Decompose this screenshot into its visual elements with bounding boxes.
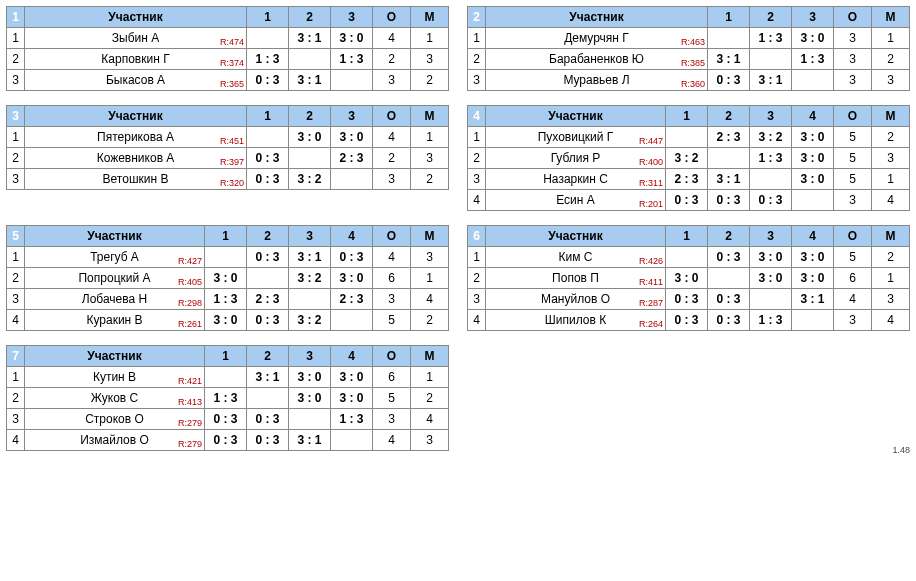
place-cell: 4 <box>872 310 910 331</box>
group-number-header: 3 <box>7 106 25 127</box>
player-index: 1 <box>7 28 25 49</box>
self-cell <box>331 310 373 331</box>
score-cell: 3 : 0 <box>289 367 331 388</box>
score-cell: 3 : 1 <box>289 247 331 268</box>
player-name: Куракин В <box>86 313 142 327</box>
score-cell: 3 : 0 <box>289 127 331 148</box>
group-table: 1Участник123ОМ1Зыбин АR:4743 : 13 : 0412… <box>6 6 449 91</box>
self-cell <box>247 127 289 148</box>
player-rating: R:385 <box>681 58 705 68</box>
self-cell <box>750 49 792 70</box>
player-rating: R:264 <box>639 319 663 329</box>
place-cell: 2 <box>411 388 449 409</box>
points-header: О <box>373 7 411 28</box>
score-cell: 0 : 3 <box>708 247 750 268</box>
table-row: 1Кутин ВR:4213 : 13 : 03 : 061 <box>7 367 449 388</box>
player-name-cell: Зыбин АR:474 <box>25 28 247 49</box>
score-cell: 3 : 0 <box>792 247 834 268</box>
player-name-cell: Ким СR:426 <box>486 247 666 268</box>
place-header: М <box>872 226 910 247</box>
table-row: 1Пятерикова АR:4513 : 03 : 041 <box>7 127 449 148</box>
self-cell <box>289 49 331 70</box>
score-cell: 3 : 1 <box>289 28 331 49</box>
participant-header: Участник <box>486 7 708 28</box>
opponent-col-header: 2 <box>289 106 331 127</box>
player-name: Демурчян Г <box>564 31 629 45</box>
opponent-col-header: 3 <box>331 7 373 28</box>
player-name: Трегуб А <box>90 250 139 264</box>
player-name-cell: Строков ОR:279 <box>25 409 205 430</box>
player-name: Шипилов К <box>545 313 606 327</box>
score-cell: 3 : 0 <box>289 388 331 409</box>
player-index: 1 <box>7 247 25 268</box>
table-row: 2Гублия РR:4003 : 21 : 33 : 053 <box>468 148 910 169</box>
score-cell: 3 : 2 <box>289 169 331 190</box>
player-index: 3 <box>468 70 486 91</box>
points-cell: 3 <box>373 169 411 190</box>
place-cell: 2 <box>411 169 449 190</box>
score-cell: 3 : 1 <box>792 289 834 310</box>
opponent-col-header: 1 <box>247 7 289 28</box>
points-header: О <box>373 226 411 247</box>
points-cell: 3 <box>834 49 872 70</box>
self-cell <box>289 148 331 169</box>
score-cell: 3 : 0 <box>792 268 834 289</box>
score-cell: 3 : 1 <box>708 169 750 190</box>
self-cell <box>289 289 331 310</box>
player-name: Муравьев Л <box>563 73 629 87</box>
opponent-col-header: 2 <box>750 7 792 28</box>
points-cell: 4 <box>373 28 411 49</box>
score-cell: 3 : 0 <box>792 148 834 169</box>
self-cell <box>708 28 750 49</box>
group-table-wrapper: 4Участник1234ОМ1Пуховицкий ГR:4472 : 33 … <box>467 105 910 211</box>
player-rating: R:447 <box>639 136 663 146</box>
score-cell: 0 : 3 <box>708 289 750 310</box>
score-cell: 3 : 2 <box>750 127 792 148</box>
self-cell <box>666 247 708 268</box>
player-rating: R:261 <box>178 319 202 329</box>
player-index: 2 <box>468 268 486 289</box>
score-cell: 3 : 0 <box>750 247 792 268</box>
player-index: 2 <box>7 49 25 70</box>
player-name-cell: Назаркин СR:311 <box>486 169 666 190</box>
participant-header: Участник <box>25 346 205 367</box>
score-cell: 3 : 0 <box>792 169 834 190</box>
table-row: 2Жуков СR:4131 : 33 : 03 : 052 <box>7 388 449 409</box>
self-cell <box>792 70 834 91</box>
self-cell <box>331 430 373 451</box>
player-index: 3 <box>468 289 486 310</box>
points-header: О <box>834 226 872 247</box>
table-row: 4Измайлов ОR:2790 : 30 : 33 : 143 <box>7 430 449 451</box>
place-header: М <box>411 226 449 247</box>
place-cell: 2 <box>411 70 449 91</box>
score-cell: 3 : 2 <box>666 148 708 169</box>
participant-header: Участник <box>25 106 247 127</box>
group-table-wrapper: 2Участник123ОМ1Демурчян ГR:4631 : 33 : 0… <box>467 6 910 91</box>
player-name-cell: Попроцкий АR:405 <box>25 268 205 289</box>
points-header: О <box>373 106 411 127</box>
player-name-cell: Быкасов АR:365 <box>25 70 247 91</box>
score-cell: 0 : 3 <box>247 430 289 451</box>
score-cell: 3 : 1 <box>708 49 750 70</box>
group-number-header: 5 <box>7 226 25 247</box>
place-cell: 1 <box>872 169 910 190</box>
table-row: 2Кожевников АR:3970 : 32 : 323 <box>7 148 449 169</box>
player-index: 4 <box>7 430 25 451</box>
player-index: 3 <box>468 169 486 190</box>
points-cell: 6 <box>373 268 411 289</box>
opponent-col-header: 4 <box>792 106 834 127</box>
player-name-cell: Измайлов ОR:279 <box>25 430 205 451</box>
points-cell: 5 <box>834 127 872 148</box>
table-row: 3Муравьев ЛR:3600 : 33 : 133 <box>468 70 910 91</box>
score-cell: 0 : 3 <box>247 148 289 169</box>
score-cell: 3 : 2 <box>289 310 331 331</box>
player-index: 3 <box>7 409 25 430</box>
opponent-col-header: 2 <box>708 106 750 127</box>
player-name-cell: Карповкин ГR:374 <box>25 49 247 70</box>
player-name: Есин А <box>556 193 595 207</box>
player-name-cell: Пятерикова АR:451 <box>25 127 247 148</box>
opponent-col-header: 3 <box>289 226 331 247</box>
self-cell <box>331 169 373 190</box>
group-table: 2Участник123ОМ1Демурчян ГR:4631 : 33 : 0… <box>467 6 910 91</box>
points-cell: 4 <box>834 289 872 310</box>
